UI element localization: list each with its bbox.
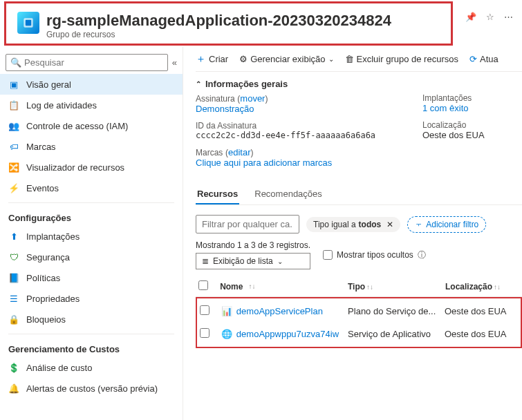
row-checkbox[interactable] <box>200 305 209 315</box>
toolbar-label: Excluir grupo de recursos <box>357 54 458 64</box>
tabs: Recursos Recomendações <box>196 184 522 205</box>
type-filter-pill[interactable]: Tipo igual a todos ✕ <box>306 217 400 232</box>
list-icon: ≣ <box>202 256 209 266</box>
resource-group-icon <box>17 12 39 34</box>
favorite-icon[interactable]: ☆ <box>486 12 494 22</box>
edit-tags-link[interactable]: editar <box>228 147 251 158</box>
search-input-wrapper[interactable]: 🔍 <box>6 54 168 71</box>
svg-rect-1 <box>26 20 31 26</box>
info-icon[interactable]: ⓘ <box>418 249 426 261</box>
resource-name-link[interactable]: demoAppServicePlan <box>236 306 323 316</box>
sidebar-item-resource-visualizer[interactable]: 🔀 Visualizador de recursos <box>0 157 183 178</box>
table-row[interactable]: 📊 demoAppServicePlan Plano do Serviço de… <box>197 300 521 323</box>
resources-table: Nome↑↓ Tipo↑↓ Localização↑↓ 📊 demoAppSer… <box>196 276 522 348</box>
sidebar-item-label: Alertas de custos (versão prévia) <box>26 383 158 394</box>
content-area: ＋ Criar ⚙ Gerenciar exibição ⌄ 🗑 Excluir… <box>183 47 522 420</box>
essentials-toggle[interactable]: ⌃ Informações gerais <box>196 79 522 93</box>
overview-icon: ▣ <box>8 79 19 90</box>
column-header-name[interactable]: Nome↑↓ <box>220 282 348 292</box>
create-button[interactable]: ＋ Criar <box>196 52 228 66</box>
view-mode-dropdown[interactable]: ≣ Exibição de lista ⌄ <box>196 253 310 269</box>
sidebar-item-overview[interactable]: ▣ Visão geral <box>0 74 183 95</box>
sidebar-item-activity-log[interactable]: 📋 Log de atividades <box>0 95 183 115</box>
sidebar-item-label: Propriedades <box>26 294 80 304</box>
chevron-up-icon: ⌃ <box>196 80 201 88</box>
resource-type: Plano do Serviço de... <box>348 306 445 316</box>
column-header-type[interactable]: Tipo↑↓ <box>348 282 445 292</box>
divider <box>8 202 174 203</box>
move-link[interactable]: mover <box>240 93 265 104</box>
gear-icon: ⚙ <box>239 54 248 64</box>
sidebar-item-cost-alerts[interactable]: 🔔 Alertas de custos (versão prévia) <box>0 378 183 399</box>
manage-view-button[interactable]: ⚙ Gerenciar exibição ⌄ <box>239 54 333 64</box>
show-hidden-label: Mostrar tipos ocultos <box>337 250 413 260</box>
filter-input[interactable] <box>196 215 299 233</box>
table-header-row: Nome↑↓ Tipo↑↓ Localização↑↓ <box>196 276 522 297</box>
sidebar-item-security[interactable]: 🛡 Segurança <box>0 247 183 267</box>
showing-count: Mostrando 1 a 3 de 3 registros. <box>196 240 310 250</box>
more-icon[interactable]: ⋯ <box>504 12 513 22</box>
pin-icon[interactable]: 📌 <box>465 12 476 22</box>
show-hidden-checkbox[interactable] <box>323 250 333 260</box>
refresh-button[interactable]: ⟳ Atua <box>469 54 498 64</box>
sidebar-item-label: Eventos <box>26 183 59 193</box>
add-filter-button[interactable]: ⫟ Adicionar filtro <box>407 216 486 233</box>
log-icon: 📋 <box>8 99 19 111</box>
tab-resources[interactable]: Recursos <box>196 184 239 204</box>
chevron-down-icon: ⌄ <box>328 55 334 63</box>
sidebar-item-locks[interactable]: 🔒 Bloqueios <box>0 309 183 330</box>
sidebar-item-label: Análise de custo <box>26 363 92 373</box>
essentials-title: Informações gerais <box>205 79 288 89</box>
tab-recommendations[interactable]: Recomendações <box>253 184 324 204</box>
deployments-value[interactable]: 1 com êxito <box>422 103 522 113</box>
view-mode-label: Exibição de lista <box>213 256 273 266</box>
row-checkbox[interactable] <box>200 328 209 338</box>
pill-value: todos <box>359 220 382 229</box>
location-value: Oeste dos EUA <box>422 130 522 140</box>
deployments-label: Implantações <box>422 93 522 103</box>
page-header: rg-sampleManagedApplication-202303202348… <box>4 1 453 46</box>
sidebar-item-iam[interactable]: 👥 Controle de acesso (IAM) <box>0 115 183 136</box>
subscription-value[interactable]: Demonstração <box>196 104 395 114</box>
page-title: rg-sampleManagedApplication-202303202348… <box>46 12 391 30</box>
select-all-checkbox[interactable] <box>198 280 208 290</box>
location-label: Localização <box>422 120 522 130</box>
sort-icon: ↑↓ <box>366 283 373 291</box>
table-row[interactable]: 🌐 demoAppwppu7uzva74iw Serviço de Aplica… <box>197 323 521 345</box>
divider <box>8 334 174 334</box>
add-tags-link[interactable]: Clique aqui para adicionar marcas <box>196 158 395 168</box>
collapse-sidebar-icon[interactable]: « <box>172 57 177 68</box>
resource-location: Oeste dos EUA <box>445 306 518 316</box>
sidebar-header-cost: Gerenciamento de Custos <box>0 338 183 357</box>
subscription-id-value: cccc2c2c-dd3d-ee4e-ff5f-aaaaaa6a6a6a <box>196 131 395 140</box>
tag-icon: 🏷 <box>8 141 19 152</box>
refresh-icon: ⟳ <box>469 54 477 64</box>
toolbar: ＋ Criar ⚙ Gerenciar exibição ⌄ 🗑 Excluir… <box>196 52 522 72</box>
sidebar-item-label: Visão geral <box>26 79 71 90</box>
resource-type: Serviço de Aplicativo <box>348 329 445 339</box>
app-service-plan-icon: 📊 <box>221 306 232 317</box>
sidebar-item-cost-analysis[interactable]: 💲 Análise de custo <box>0 357 183 378</box>
delete-button[interactable]: 🗑 Excluir grupo de recursos <box>345 54 458 64</box>
essentials-section: ⌃ Informações gerais Assinatura (mover) … <box>196 72 522 175</box>
sidebar-item-label: Bloqueios <box>26 314 66 325</box>
tags-label: Marcas <box>196 148 223 158</box>
close-icon[interactable]: ✕ <box>386 220 393 229</box>
resource-name-link[interactable]: demoAppwppu7uzva74iw <box>236 329 339 339</box>
sidebar-item-tags[interactable]: 🏷 Marcas <box>0 136 183 157</box>
cost-analysis-icon: 💲 <box>8 362 19 373</box>
deploy-icon: ⬆ <box>8 231 19 242</box>
pill-prefix: Tipo igual a <box>313 220 356 229</box>
column-header-location[interactable]: Localização↑↓ <box>445 282 519 292</box>
lock-icon: 🔒 <box>8 314 19 325</box>
sidebar-item-properties[interactable]: ☰ Propriedades <box>0 288 183 309</box>
sort-icon: ↑↓ <box>248 283 255 290</box>
search-icon: 🔍 <box>10 57 21 68</box>
search-input[interactable] <box>24 57 163 68</box>
sidebar-item-policies[interactable]: 📘 Políticas <box>0 267 183 288</box>
sidebar-item-label: Políticas <box>26 273 60 283</box>
sidebar-item-events[interactable]: ⚡ Eventos <box>0 178 183 198</box>
app-service-icon: 🌐 <box>221 329 232 340</box>
sidebar-item-deployments[interactable]: ⬆ Implantações <box>0 226 183 247</box>
sidebar: 🔍 « ▣ Visão geral 📋 Log de atividades 👥 … <box>0 47 183 420</box>
